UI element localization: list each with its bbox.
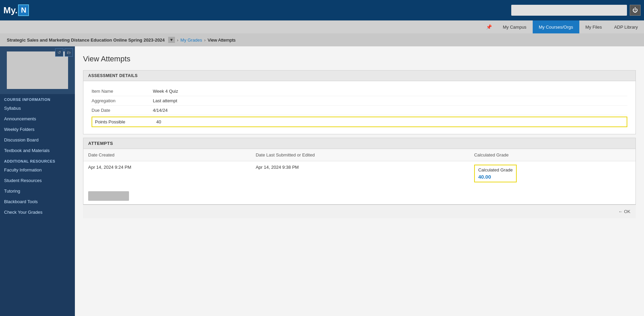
breadcrumb-dropdown[interactable]: ▼ <box>168 37 175 43</box>
attempts-table-header-row: Date Created Date Last Submitted or Edit… <box>83 149 635 161</box>
assessment-details-header: ASSESSMENT DETAILS <box>83 71 635 81</box>
attempts-table-row: Apr 14, 2024 9:24 PM Apr 14, 2024 9:38 P… <box>83 161 635 186</box>
detail-label-points-possible: Points Possible <box>95 119 156 124</box>
detail-label-due-date: Due Date <box>92 108 153 113</box>
main-layout: ↺ 🗁 COURSE INFORMATION Syllabus Announce… <box>0 46 644 316</box>
sidebar-item-check-your-grades[interactable]: Check Your Grades <box>0 207 75 217</box>
sidebar-section-course-info: COURSE INFORMATION <box>0 94 75 103</box>
breadcrumb-course: Strategic Sales and Marketing Distance E… <box>7 37 165 43</box>
detail-value-aggregation: Last attempt <box>153 98 177 103</box>
top-header: My. N ⏻ <box>0 0 644 20</box>
breadcrumb-sep2: › <box>204 37 206 43</box>
attempts-table-row-action <box>83 186 635 204</box>
sidebar-item-syllabus[interactable]: Syllabus <box>0 103 75 114</box>
action-button-placeholder[interactable] <box>88 191 129 201</box>
col-header-date-created: Date Created <box>83 149 251 161</box>
detail-row-points-possible-highlighted: Points Possible 40 <box>92 117 627 127</box>
content-area: View Attempts ASSESSMENT DETAILS Item Na… <box>75 46 644 316</box>
detail-value-due-date: 4/14/24 <box>153 108 167 113</box>
assessment-details-section: ASSESSMENT DETAILS Item Name Week 4 Quiz… <box>83 70 636 134</box>
tab-my-courses-orgs[interactable]: My Courses/Orgs <box>533 20 579 33</box>
breadcrumb-sep1: › <box>177 37 178 43</box>
sidebar-item-tutoring[interactable]: Tutoring <box>0 186 75 196</box>
refresh-icon[interactable]: ↺ <box>55 48 63 57</box>
page-title: View Attempts <box>83 55 636 63</box>
sidebar-item-textbook-materials[interactable]: Textbook and Materials <box>0 145 75 156</box>
sidebar-icon-bar: ↺ 🗁 <box>55 48 73 57</box>
cell-empty-2 <box>469 186 635 204</box>
tab-my-files[interactable]: My Files <box>579 20 608 33</box>
detail-row-due-date: Due Date 4/14/24 <box>92 106 627 115</box>
folder-icon[interactable]: 🗁 <box>65 48 73 57</box>
attempts-section-header: ATTEMPTS <box>83 138 635 149</box>
logo: My. N <box>3 4 29 16</box>
sidebar-image-area: ↺ 🗁 <box>0 46 75 94</box>
breadcrumb-current: View Attempts <box>208 37 236 43</box>
detail-value-points-possible: 40 <box>156 119 161 124</box>
sidebar-item-weekly-folders[interactable]: Weekly Folders <box>0 124 75 135</box>
sidebar-section-additional-resources: ADDITIONAL RESOURCES <box>0 156 75 165</box>
detail-label-aggregation: Aggregation <box>92 98 153 103</box>
calculated-grade-label: Calculated Grade <box>478 167 513 172</box>
logo-prefix: My. <box>3 5 17 16</box>
cell-action-btn <box>83 186 251 204</box>
power-button[interactable]: ⏻ <box>630 5 641 16</box>
col-header-date-submitted: Date Last Submitted or Edited <box>251 149 469 161</box>
ok-button[interactable]: OK <box>618 209 630 214</box>
content-footer: OK <box>83 205 636 218</box>
sidebar-item-student-resources[interactable]: Student Resources <box>0 175 75 186</box>
breadcrumb: Strategic Sales and Marketing Distance E… <box>0 33 644 46</box>
sidebar-item-announcements[interactable]: Announcements <box>0 114 75 124</box>
sidebar-item-blackboard-tools[interactable]: Blackboard Tools <box>0 196 75 207</box>
breadcrumb-grades[interactable]: My Grades <box>180 37 202 43</box>
col-header-calculated-grade: Calculated Grade <box>469 149 635 161</box>
top-right-area: ⏻ <box>511 5 641 16</box>
assessment-details-content: Item Name Week 4 Quiz Aggregation Last a… <box>83 81 635 134</box>
cell-calculated-grade: Calculated Grade 40.00 <box>469 161 635 186</box>
sidebar-course-image <box>7 51 68 89</box>
sidebar-item-discussion-board[interactable]: Discussion Board <box>0 135 75 145</box>
cell-empty-1 <box>251 186 469 204</box>
attempts-section: ATTEMPTS Date Created Date Last Submitte… <box>83 138 636 205</box>
detail-row-item-name: Item Name Week 4 Quiz <box>92 87 627 96</box>
detail-label-item-name: Item Name <box>92 89 153 94</box>
sidebar-item-faculty-information[interactable]: Faculty Information <box>0 165 75 175</box>
tab-adp-library[interactable]: ADP Library <box>608 20 644 33</box>
sidebar: ↺ 🗁 COURSE INFORMATION Syllabus Announce… <box>0 46 75 316</box>
pin-icon: 📌 <box>481 21 497 32</box>
detail-value-item-name: Week 4 Quiz <box>153 89 178 94</box>
search-bar[interactable] <box>511 5 627 16</box>
cell-date-created: Apr 14, 2024 9:24 PM <box>83 161 251 186</box>
tab-my-campus[interactable]: My Campus <box>497 20 532 33</box>
calculated-grade-highlighted-box: Calculated Grade 40.00 <box>474 165 517 182</box>
logo-box-letter: N <box>18 4 29 16</box>
calculated-grade-value: 40.00 <box>478 174 513 180</box>
cell-date-submitted: Apr 14, 2024 9:38 PM <box>251 161 469 186</box>
attempts-table: Date Created Date Last Submitted or Edit… <box>83 149 635 204</box>
detail-row-aggregation: Aggregation Last attempt <box>92 96 627 106</box>
nav-tabs-bar: 📌 My Campus My Courses/Orgs My Files ADP… <box>0 20 644 33</box>
